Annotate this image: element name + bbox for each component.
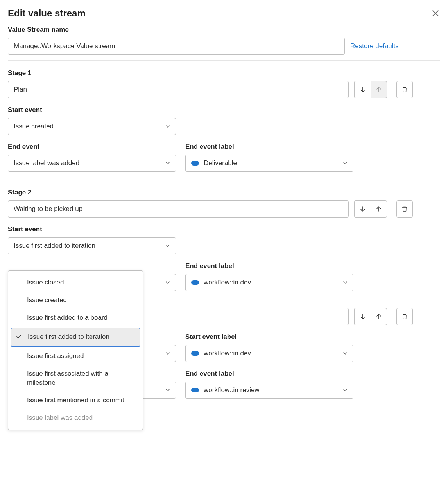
- stage-1-start-event-select[interactable]: Issue created: [8, 118, 176, 135]
- chevron-down-icon: [343, 351, 348, 356]
- arrow-up-icon: [376, 86, 382, 93]
- chevron-down-icon: [165, 124, 170, 129]
- arrow-down-icon: [360, 313, 366, 320]
- arrow-down-icon: [360, 86, 366, 93]
- stage-3-start-event-badge-label: Start event label: [185, 333, 353, 341]
- chevron-down-icon: [165, 280, 170, 285]
- stage-2-start-event-select[interactable]: Issue first added to iteration: [8, 237, 176, 254]
- stage-1-end-event-select[interactable]: Issue label was added: [8, 155, 176, 172]
- value-stream-name-label: Value Stream name: [8, 26, 440, 34]
- page-title: Edit value stream: [8, 8, 86, 19]
- select-value: Issue label was added: [14, 159, 79, 167]
- stage-2-end-event-badge-label: End event label: [185, 262, 353, 270]
- dropdown-item-issue-first-added-iteration[interactable]: Issue first added to iteration: [11, 328, 140, 347]
- stage-1-end-event-badge-label: End event label: [185, 143, 353, 151]
- trash-icon: [401, 86, 408, 93]
- stage-2-end-event-badge-select[interactable]: workflow::in dev: [185, 274, 353, 291]
- arrow-up-icon: [376, 206, 382, 212]
- dropdown-item-issue-first-assigned[interactable]: Issue first assigned: [8, 347, 143, 365]
- stage-3-end-event-badge-select[interactable]: workflow::in review: [185, 382, 353, 399]
- select-value: Deliverable: [204, 159, 237, 167]
- stage-1-move-down-button[interactable]: [354, 81, 371, 98]
- select-value: workflow::in dev: [204, 349, 251, 357]
- chevron-down-icon: [343, 161, 348, 166]
- stage-1-end-event-badge-select[interactable]: Deliverable: [185, 155, 353, 172]
- stage-1-name-input[interactable]: [8, 81, 349, 98]
- stage-2-start-event-label: Start event: [8, 225, 176, 233]
- stage-2-label: Stage 2: [8, 189, 440, 196]
- stage-1-end-event-label: End event: [8, 143, 176, 151]
- dropdown-item-label: Issue first added to iteration: [28, 333, 109, 340]
- select-value: workflow::in dev: [204, 279, 251, 286]
- dropdown-item-issue-first-added-board[interactable]: Issue first added to a board: [8, 309, 143, 327]
- divider: [8, 60, 440, 61]
- stage-1-label: Stage 1: [8, 69, 440, 77]
- stage-3-start-event-badge-select[interactable]: workflow::in dev: [185, 345, 353, 362]
- chevron-down-icon: [165, 388, 170, 392]
- close-button[interactable]: [431, 9, 440, 18]
- trash-icon: [401, 313, 408, 320]
- stage-1-start-event-label: Start event: [8, 106, 176, 114]
- stage-2-move-up-button[interactable]: [371, 200, 387, 218]
- divider: [8, 180, 440, 180]
- value-stream-name-input[interactable]: [8, 38, 345, 55]
- select-value: Issue created: [14, 122, 54, 130]
- stage-2-name-input[interactable]: [8, 200, 349, 218]
- select-value: Issue first added to iteration: [14, 242, 95, 250]
- stage-2-move-down-button[interactable]: [354, 200, 371, 218]
- trash-icon: [401, 206, 408, 212]
- dropdown-item-issue-first-milestone[interactable]: Issue first associated with a milestone: [8, 365, 143, 392]
- check-icon: [16, 334, 22, 339]
- dropdown-item-issue-closed[interactable]: Issue closed: [8, 274, 143, 292]
- dropdown-item-issue-label-added[interactable]: Issue label was added: [8, 409, 143, 424]
- stage-3-move-down-button[interactable]: [354, 308, 371, 325]
- chevron-down-icon: [343, 280, 348, 285]
- stage-2-delete-button[interactable]: [396, 200, 413, 218]
- arrow-down-icon: [360, 206, 366, 212]
- label-badge-icon: [191, 351, 199, 356]
- stage-1-delete-button[interactable]: [396, 81, 413, 98]
- label-badge-icon: [191, 161, 199, 166]
- chevron-down-icon: [343, 388, 348, 392]
- label-badge-icon: [191, 388, 199, 392]
- close-icon: [432, 10, 439, 17]
- select-value: workflow::in review: [204, 386, 260, 394]
- dropdown-item-issue-created[interactable]: Issue created: [8, 292, 143, 309]
- restore-defaults-button[interactable]: Restore defaults: [350, 42, 399, 50]
- chevron-down-icon: [165, 243, 170, 248]
- chevron-down-icon: [165, 161, 170, 166]
- stage-3-delete-button[interactable]: [396, 308, 413, 325]
- stage-3-end-event-badge-label: End event label: [185, 370, 353, 378]
- stage-1-move-up-button[interactable]: [371, 81, 387, 98]
- stage-3-move-up-button[interactable]: [371, 308, 387, 325]
- dropdown-item-issue-first-mentioned[interactable]: Issue first mentioned in a commit: [8, 392, 143, 409]
- start-event-dropdown-menu: Issue closed Issue created Issue first a…: [8, 270, 143, 423]
- chevron-down-icon: [165, 351, 170, 356]
- label-badge-icon: [191, 280, 199, 285]
- arrow-up-icon: [376, 313, 382, 320]
